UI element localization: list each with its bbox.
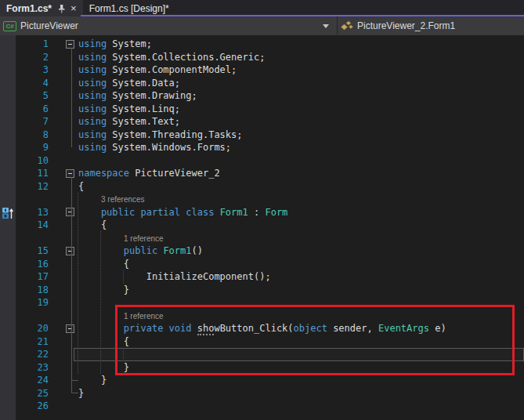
- code-text[interactable]: }: [78, 284, 129, 297]
- code-line[interactable]: 9using System.Windows.Forms;: [0, 141, 524, 154]
- code-text[interactable]: using System.Windows.Forms;: [78, 141, 231, 154]
- fold-toggle[interactable]: [66, 208, 74, 216]
- code-line[interactable]: 7using System.Text;: [0, 115, 524, 129]
- outline-guide-tick: [71, 380, 78, 381]
- indent-guide: [78, 193, 78, 374]
- line-number: 6: [0, 103, 49, 116]
- codelens-references-link[interactable]: 1 reference: [124, 234, 164, 244]
- type-dropdown[interactable]: PictureViewer_2.Form1: [338, 16, 524, 35]
- line-number: 21: [0, 335, 49, 349]
- line-number: 8: [0, 129, 49, 142]
- code-line[interactable]: 6using System.Linq;: [0, 103, 524, 116]
- line-number: 26: [0, 400, 49, 413]
- line-number: 16: [0, 258, 49, 271]
- code-editor[interactable]: 1using System;2using System.Collections.…: [0, 35, 524, 420]
- tab-form1-design[interactable]: Form1.cs [Design]*: [83, 0, 175, 16]
- code-line[interactable]: 26: [0, 400, 524, 413]
- tab-label: Form1.cs [Design]*: [89, 3, 169, 14]
- code-text[interactable]: using System;: [78, 38, 152, 51]
- class-icon: [341, 20, 353, 32]
- code-line[interactable]: 3using System.ComponentModel;: [0, 63, 524, 77]
- line-number: 9: [0, 141, 49, 154]
- code-text[interactable]: using System.Text;: [78, 115, 180, 129]
- code-text[interactable]: using System.Data;: [78, 77, 180, 90]
- vs-editor-window: Form1.cs* × Form1.cs [Design]* C# Pictur…: [0, 0, 524, 420]
- code-line[interactable]: 12{: [0, 180, 524, 194]
- line-number: 5: [0, 89, 49, 103]
- line-number: 11: [0, 167, 49, 180]
- code-line[interactable]: 15 public Form1(): [0, 244, 524, 258]
- code-line[interactable]: 5using System.Drawing;: [0, 89, 524, 103]
- line-number: 22: [0, 348, 49, 361]
- code-text[interactable]: InitializeComponent();: [78, 270, 271, 284]
- code-navigation-bar: C# PictureViewer PictureViewer_2.Form1: [0, 16, 524, 35]
- code-line[interactable]: 8using System.Threading.Tasks;: [0, 129, 524, 142]
- line-number: 10: [0, 154, 49, 168]
- project-dropdown-label: PictureViewer: [20, 20, 78, 31]
- code-text[interactable]: {: [78, 258, 129, 271]
- code-text[interactable]: using System.Collections.Generic;: [78, 51, 265, 64]
- indent-guide: [123, 270, 124, 284]
- code-line[interactable]: 13 public partial class Form1 : Form: [0, 206, 524, 219]
- code-text[interactable]: public Form1(): [78, 244, 203, 258]
- code-line[interactable]: 2using System.Collections.Generic;: [0, 51, 524, 64]
- code-line[interactable]: 24 }: [0, 374, 524, 387]
- outline-guide: [71, 48, 72, 147]
- tab-form1-cs[interactable]: Form1.cs* ×: [0, 0, 83, 16]
- fold-toggle[interactable]: [66, 40, 74, 49]
- document-tab-bar: Form1.cs* × Form1.cs [Design]*: [0, 0, 524, 16]
- line-number: 23: [0, 361, 49, 375]
- codelens-references-link[interactable]: 3 references: [101, 194, 145, 205]
- close-icon[interactable]: ×: [70, 3, 77, 13]
- pin-icon[interactable]: [57, 4, 66, 13]
- code-text[interactable]: {: [78, 180, 84, 194]
- line-number: 24: [0, 374, 49, 387]
- code-line[interactable]: 1using System;: [0, 38, 524, 51]
- code-line[interactable]: 25}: [0, 387, 524, 400]
- code-text[interactable]: }: [78, 387, 84, 400]
- type-dropdown-label: PictureViewer_2.Form1: [357, 20, 455, 31]
- line-number: 3: [0, 63, 49, 77]
- code-line[interactable]: 18 }: [0, 284, 524, 297]
- fold-toggle[interactable]: [66, 247, 74, 255]
- line-number: 15: [0, 244, 49, 258]
- line-number: 1: [0, 38, 49, 51]
- line-number: 7: [0, 115, 49, 129]
- code-text[interactable]: {: [78, 219, 107, 232]
- code-line[interactable]: 16 {: [0, 258, 524, 271]
- code-text[interactable]: }: [78, 374, 107, 387]
- outline-guide-tick: [71, 393, 78, 393]
- code-text[interactable]: using System.ComponentModel;: [78, 63, 237, 77]
- fold-toggle[interactable]: [66, 324, 74, 333]
- code-text[interactable]: namespace PictureViewer_2: [78, 167, 220, 180]
- line-number: 18: [0, 284, 49, 297]
- code-text[interactable]: using System.Linq;: [78, 103, 180, 116]
- code-text[interactable]: public partial class Form1 : Form: [78, 206, 287, 219]
- line-number: 19: [0, 296, 49, 310]
- code-line[interactable]: 10: [0, 154, 524, 168]
- line-number: 4: [0, 77, 49, 90]
- inheritance-margin-icon[interactable]: [2, 207, 14, 223]
- code-line[interactable]: 11namespace PictureViewer_2: [0, 167, 524, 180]
- code-line[interactable]: 14 {: [0, 219, 524, 232]
- code-line[interactable]: 17 InitializeComponent();: [0, 270, 524, 284]
- tab-label: Form1.cs*: [6, 3, 52, 14]
- chevron-down-icon[interactable]: [323, 24, 329, 28]
- code-text[interactable]: using System.Drawing;: [78, 89, 197, 103]
- csharp-project-icon: C#: [3, 21, 16, 31]
- code-line[interactable]: 4using System.Data;: [0, 77, 524, 90]
- code-text[interactable]: using System.Threading.Tasks;: [78, 129, 243, 142]
- project-dropdown[interactable]: C# PictureViewer: [0, 16, 338, 35]
- annotation-rectangle: [115, 305, 515, 375]
- line-number: 20: [0, 322, 49, 335]
- line-number: 17: [0, 270, 49, 284]
- outline-guide: [71, 177, 72, 393]
- indent-guide: [100, 231, 101, 374]
- line-number: 12: [0, 180, 49, 194]
- codelens-row[interactable]: 1 reference: [0, 232, 524, 245]
- line-number: 25: [0, 387, 49, 400]
- line-number: 2: [0, 51, 49, 64]
- fold-toggle[interactable]: [66, 169, 74, 178]
- codelens-row[interactable]: 3 references: [0, 193, 524, 206]
